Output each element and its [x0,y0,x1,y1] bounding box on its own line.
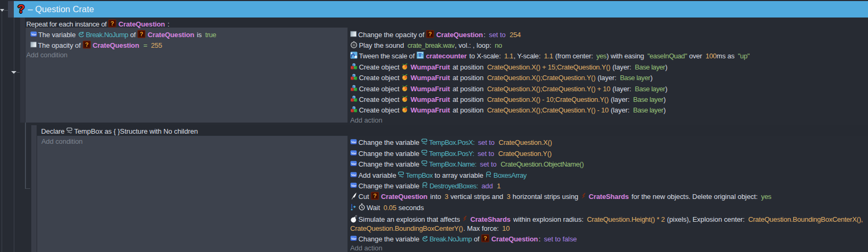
svg-text:?: ? [140,30,144,37]
svg-text:?: ? [483,234,487,241]
svg-text:T: T [418,52,422,58]
svg-text:Var: Var [351,162,356,166]
svg-text:Var: Var [351,140,356,144]
svg-text:Var: Var [351,172,356,177]
svg-text:?: ? [85,41,89,48]
svg-text:Var: Var [351,151,356,155]
svg-text:?: ? [429,30,432,37]
svg-text:Var: Var [351,236,356,240]
svg-text:?: ? [373,193,377,199]
svg-text:Var: Var [31,32,36,37]
svg-text:Var: Var [351,184,356,188]
svg-text:?: ? [111,20,115,26]
